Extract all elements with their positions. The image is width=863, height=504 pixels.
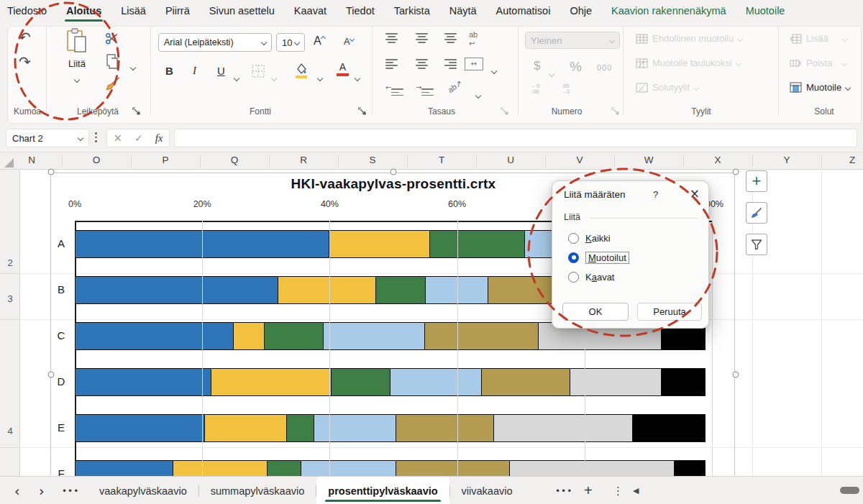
font-name-select[interactable]: Arial (Leipäteksti) bbox=[158, 33, 272, 52]
align-center-icon[interactable] bbox=[416, 59, 428, 69]
wrap-text-icon[interactable]: ab↩ bbox=[469, 30, 478, 47]
ribbon-tab-tarkista[interactable]: Tarkista bbox=[394, 5, 430, 17]
align-left-icon[interactable] bbox=[385, 59, 398, 69]
borders-dropdown-chevron-icon[interactable] bbox=[272, 70, 276, 83]
radio-option-kaavat[interactable]: Kaavat bbox=[568, 270, 614, 283]
dialog-help-button[interactable]: ? bbox=[653, 189, 658, 200]
bar-segment-tan[interactable] bbox=[424, 322, 539, 350]
column-header-U[interactable]: U bbox=[496, 155, 525, 165]
paste-dropdown-chevron-icon[interactable] bbox=[74, 77, 80, 83]
sheet-tab-viivakaavio[interactable]: viivakaavio bbox=[450, 477, 524, 504]
sheet-next-icon[interactable]: › bbox=[39, 477, 45, 504]
bar-segment-tan[interactable] bbox=[396, 414, 494, 442]
insert-function-icon[interactable]: fx bbox=[155, 132, 163, 145]
ribbon-tab-lis-[interactable]: Lisää bbox=[121, 5, 146, 17]
sheet-prev-icon[interactable]: ‹ bbox=[14, 477, 20, 504]
format-cells-button[interactable]: Muotoile bbox=[790, 82, 850, 93]
cancel-entry-icon[interactable]: × bbox=[113, 132, 122, 145]
bar-segment-yellow[interactable] bbox=[211, 368, 332, 396]
chart-handle[interactable] bbox=[48, 169, 55, 175]
cancel-button[interactable]: Peruuta bbox=[637, 303, 702, 321]
font-dialog-launcher-icon[interactable] bbox=[358, 105, 367, 114]
scroll-left-icon[interactable]: ◀ bbox=[633, 477, 639, 504]
bar-segment-green[interactable] bbox=[429, 230, 525, 258]
decrease-indent-icon[interactable]: ← bbox=[385, 83, 403, 96]
fill-color-button[interactable] bbox=[293, 62, 309, 82]
dialog-close-icon[interactable]: × bbox=[690, 186, 700, 201]
bar-segment-tan[interactable] bbox=[481, 368, 570, 396]
copy-button[interactable] bbox=[105, 53, 121, 73]
bar-segment-black[interactable] bbox=[661, 368, 706, 396]
ribbon-tab-ohje[interactable]: Ohje bbox=[570, 5, 592, 17]
underline-button[interactable]: U bbox=[217, 65, 225, 77]
bar-segment-yellow[interactable] bbox=[329, 230, 431, 258]
column-header-W[interactable]: W bbox=[634, 155, 663, 165]
radio-icon[interactable] bbox=[568, 252, 579, 263]
align-right-icon[interactable] bbox=[444, 59, 457, 69]
ribbon-tab-automatisoi[interactable]: Automatisoi bbox=[496, 5, 551, 17]
grow-font-button[interactable]: A bbox=[314, 35, 325, 47]
ribbon-tab-tiedot[interactable]: Tiedot bbox=[346, 5, 375, 17]
clipboard-dialog-launcher-icon[interactable] bbox=[132, 105, 141, 114]
tab-menu-dots-icon[interactable]: ⋮ bbox=[613, 477, 624, 504]
bar-segment-green[interactable] bbox=[331, 368, 391, 396]
increase-indent-icon[interactable]: → bbox=[416, 83, 434, 96]
bar-segment-yellow[interactable] bbox=[233, 322, 265, 350]
radio-option-kaikki[interactable]: Kaikki bbox=[568, 232, 611, 244]
column-header-X[interactable]: X bbox=[703, 155, 732, 165]
cut-button[interactable] bbox=[105, 32, 119, 49]
ribbon-tab-kaavion-rakennen-kym-[interactable]: Kaavion rakennenäkymä bbox=[611, 5, 726, 17]
bold-button[interactable]: B bbox=[165, 65, 173, 77]
row-header-3[interactable]: 3 bbox=[0, 293, 20, 304]
row-header-4[interactable]: 4 bbox=[0, 426, 20, 436]
borders-button[interactable] bbox=[252, 65, 265, 81]
confirm-entry-icon[interactable]: ✓ bbox=[134, 132, 143, 144]
align-middle-icon[interactable] bbox=[416, 33, 428, 43]
underline-dropdown-chevron-icon[interactable] bbox=[234, 70, 239, 83]
font-color-button[interactable]: A bbox=[337, 62, 349, 76]
sheet-tab-vaakapylväskaavio[interactable]: vaakapylväskaavio bbox=[88, 477, 198, 504]
bar-segment-gray[interactable] bbox=[493, 414, 634, 442]
ok-button[interactable]: OK bbox=[562, 303, 629, 321]
tabs-overflow-icon[interactable]: ••• bbox=[555, 477, 572, 504]
bar-segment-green[interactable] bbox=[264, 322, 324, 350]
copy-dropdown-chevron-icon[interactable] bbox=[131, 60, 135, 73]
chart-filters-button[interactable] bbox=[746, 234, 767, 255]
chart-styles-button[interactable] bbox=[746, 202, 767, 224]
number-dialog-launcher-icon[interactable] bbox=[611, 105, 620, 114]
add-sheet-icon[interactable]: + bbox=[584, 477, 593, 504]
bar-segment-gray[interactable] bbox=[570, 368, 662, 396]
radio-option-muotoilut[interactable]: Muotoilut bbox=[568, 251, 629, 264]
redo-icon[interactable]: ↷ bbox=[19, 53, 31, 70]
column-header-T[interactable]: T bbox=[427, 155, 456, 165]
align-bottom-icon[interactable] bbox=[444, 33, 457, 43]
merge-dropdown-chevron-icon[interactable] bbox=[492, 63, 496, 76]
name-box[interactable]: Chart 2 bbox=[6, 129, 89, 147]
column-header-Y[interactable]: Y bbox=[772, 155, 801, 165]
italic-button[interactable]: I bbox=[193, 65, 196, 77]
column-header-P[interactable]: P bbox=[151, 155, 180, 165]
chart-handle[interactable] bbox=[733, 372, 739, 378]
shrink-font-button[interactable]: A bbox=[344, 36, 354, 47]
ribbon-tab-aloitus[interactable]: Aloitus bbox=[66, 5, 101, 17]
font-color-dropdown-chevron-icon[interactable] bbox=[355, 70, 360, 83]
column-header-R[interactable]: R bbox=[289, 155, 318, 165]
bar-segment-light-blue[interactable] bbox=[314, 414, 396, 442]
chart-handle[interactable] bbox=[391, 169, 397, 175]
horizontal-scrollbar-thumb[interactable] bbox=[840, 487, 859, 494]
bar-segment-blue[interactable] bbox=[75, 368, 211, 396]
sheet-tab-prosenttipylväskaavio[interactable]: prosenttipylväskaavio bbox=[316, 477, 449, 504]
chart-elements-button[interactable]: + bbox=[746, 170, 767, 192]
row-header-2[interactable]: 2 bbox=[0, 257, 20, 268]
align-top-icon[interactable] bbox=[385, 33, 398, 43]
radio-icon[interactable] bbox=[568, 233, 579, 244]
bar-segment-light-blue[interactable] bbox=[390, 368, 482, 396]
bar-segment-blue[interactable] bbox=[75, 276, 279, 304]
font-size-select[interactable]: 10 bbox=[276, 33, 305, 52]
bar-segment-yellow[interactable] bbox=[204, 414, 287, 442]
format-painter-button[interactable] bbox=[105, 76, 122, 95]
undo-icon[interactable]: ↶ bbox=[19, 29, 31, 46]
sheet-more-icon[interactable]: ••• bbox=[62, 477, 79, 504]
bar-segment-light-blue[interactable] bbox=[323, 322, 425, 350]
column-header-Z[interactable]: Z bbox=[838, 155, 863, 165]
